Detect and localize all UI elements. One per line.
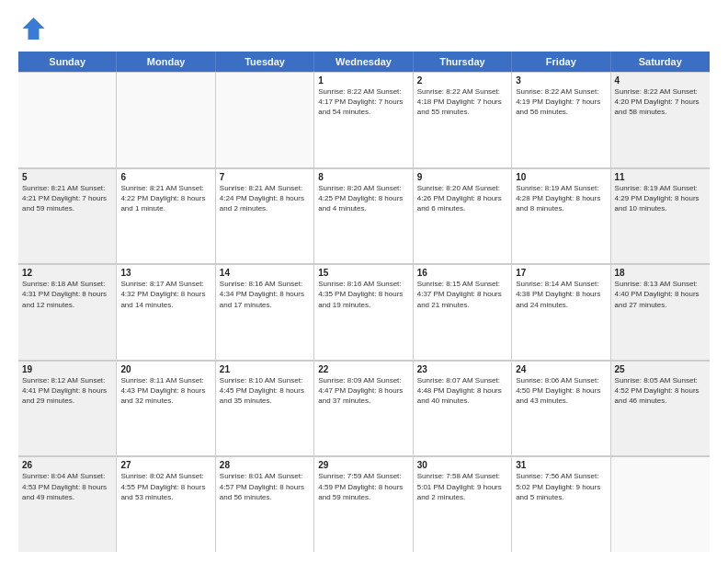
calendar-cell: 21Sunrise: 8:10 AM Sunset: 4:45 PM Dayli… (216, 361, 314, 456)
day-number: 3 (516, 75, 606, 86)
day-number: 19 (22, 364, 112, 374)
calendar-cell: 14Sunrise: 8:16 AM Sunset: 4:34 PM Dayli… (216, 264, 314, 360)
day-number: 27 (120, 460, 210, 470)
calendar-cell: 25Sunrise: 8:05 AM Sunset: 4:52 PM Dayli… (611, 361, 710, 456)
day-number: 18 (615, 268, 706, 278)
day-number: 30 (417, 460, 507, 470)
day-number: 8 (318, 172, 408, 182)
day-info: Sunrise: 8:09 AM Sunset: 4:47 PM Dayligh… (318, 375, 408, 407)
day-number: 25 (615, 364, 706, 374)
day-info: Sunrise: 8:22 AM Sunset: 4:19 PM Dayligh… (516, 86, 606, 118)
day-number: 31 (516, 460, 606, 470)
calendar-cell: 16Sunrise: 8:15 AM Sunset: 4:37 PM Dayli… (414, 264, 512, 360)
calendar-cell: 11Sunrise: 8:19 AM Sunset: 4:29 PM Dayli… (611, 168, 710, 264)
calendar-cell (117, 72, 215, 167)
calendar-cell: 13Sunrise: 8:17 AM Sunset: 4:32 PM Dayli… (117, 264, 215, 360)
calendar-header-cell: Tuesday (216, 52, 314, 72)
calendar-cell: 5Sunrise: 8:21 AM Sunset: 4:21 PM Daylig… (18, 168, 117, 264)
calendar-cell: 18Sunrise: 8:13 AM Sunset: 4:40 PM Dayli… (611, 264, 710, 360)
page: SundayMondayTuesdayWednesdayThursdayFrid… (0, 0, 728, 563)
day-info: Sunrise: 8:19 AM Sunset: 4:28 PM Dayligh… (516, 183, 606, 214)
calendar-cell: 10Sunrise: 8:19 AM Sunset: 4:28 PM Dayli… (512, 168, 610, 264)
day-number: 14 (220, 268, 310, 278)
day-info: Sunrise: 8:20 AM Sunset: 4:26 PM Dayligh… (417, 183, 507, 214)
calendar-header-cell: Friday (512, 52, 610, 72)
calendar-cell: 27Sunrise: 8:02 AM Sunset: 4:55 PM Dayli… (117, 456, 215, 552)
day-info: Sunrise: 8:22 AM Sunset: 4:18 PM Dayligh… (417, 86, 507, 118)
day-number: 4 (615, 75, 706, 86)
calendar-body: 1Sunrise: 8:22 AM Sunset: 4:17 PM Daylig… (18, 72, 710, 552)
calendar-cell: 2Sunrise: 8:22 AM Sunset: 4:18 PM Daylig… (414, 72, 512, 167)
day-info: Sunrise: 8:20 AM Sunset: 4:25 PM Dayligh… (318, 183, 408, 214)
calendar-week: 5Sunrise: 8:21 AM Sunset: 4:21 PM Daylig… (18, 168, 710, 265)
day-info: Sunrise: 8:10 AM Sunset: 4:45 PM Dayligh… (220, 375, 310, 407)
day-info: Sunrise: 8:17 AM Sunset: 4:32 PM Dayligh… (120, 279, 210, 310)
day-info: Sunrise: 8:02 AM Sunset: 4:55 PM Dayligh… (120, 471, 210, 502)
day-info: Sunrise: 7:58 AM Sunset: 5:01 PM Dayligh… (417, 471, 507, 502)
day-info: Sunrise: 8:05 AM Sunset: 4:52 PM Dayligh… (615, 375, 706, 407)
calendar-cell: 19Sunrise: 8:12 AM Sunset: 4:41 PM Dayli… (18, 361, 117, 456)
day-number: 2 (417, 75, 507, 86)
day-number: 5 (22, 172, 112, 182)
day-number: 23 (417, 364, 507, 374)
calendar-cell: 20Sunrise: 8:11 AM Sunset: 4:43 PM Dayli… (117, 361, 215, 456)
calendar-week: 26Sunrise: 8:04 AM Sunset: 4:53 PM Dayli… (18, 456, 710, 552)
day-number: 17 (516, 268, 606, 278)
calendar-cell: 1Sunrise: 8:22 AM Sunset: 4:17 PM Daylig… (314, 72, 413, 167)
day-info: Sunrise: 8:21 AM Sunset: 4:21 PM Dayligh… (22, 183, 112, 214)
day-info: Sunrise: 8:18 AM Sunset: 4:31 PM Dayligh… (22, 279, 112, 310)
day-number: 12 (22, 268, 112, 278)
calendar-header-cell: Thursday (414, 52, 512, 72)
logo-icon (18, 15, 46, 42)
day-number: 6 (120, 172, 210, 182)
day-number: 28 (220, 460, 310, 470)
calendar-cell: 9Sunrise: 8:20 AM Sunset: 4:26 PM Daylig… (414, 168, 512, 264)
calendar-cell: 28Sunrise: 8:01 AM Sunset: 4:57 PM Dayli… (216, 456, 314, 552)
day-info: Sunrise: 8:21 AM Sunset: 4:22 PM Dayligh… (120, 183, 210, 214)
day-number: 29 (318, 460, 408, 470)
calendar-cell: 24Sunrise: 8:06 AM Sunset: 4:50 PM Dayli… (512, 361, 610, 456)
day-number: 21 (220, 364, 310, 374)
day-info: Sunrise: 8:01 AM Sunset: 4:57 PM Dayligh… (220, 471, 310, 502)
day-info: Sunrise: 8:22 AM Sunset: 4:20 PM Dayligh… (615, 86, 706, 118)
day-info: Sunrise: 8:15 AM Sunset: 4:37 PM Dayligh… (417, 279, 507, 310)
day-number: 24 (516, 364, 606, 374)
calendar-week: 12Sunrise: 8:18 AM Sunset: 4:31 PM Dayli… (18, 264, 710, 361)
calendar-cell: 12Sunrise: 8:18 AM Sunset: 4:31 PM Dayli… (18, 264, 117, 360)
calendar-cell (216, 72, 314, 167)
day-info: Sunrise: 7:59 AM Sunset: 4:59 PM Dayligh… (318, 471, 408, 502)
day-info: Sunrise: 8:13 AM Sunset: 4:40 PM Dayligh… (615, 279, 706, 310)
day-info: Sunrise: 8:06 AM Sunset: 4:50 PM Dayligh… (516, 375, 606, 407)
day-number: 16 (417, 268, 507, 278)
calendar-header-row: SundayMondayTuesdayWednesdayThursdayFrid… (18, 52, 710, 72)
day-info: Sunrise: 8:21 AM Sunset: 4:24 PM Dayligh… (220, 183, 310, 214)
calendar-cell: 17Sunrise: 8:14 AM Sunset: 4:38 PM Dayli… (512, 264, 610, 360)
calendar-cell: 6Sunrise: 8:21 AM Sunset: 4:22 PM Daylig… (117, 168, 215, 264)
header (18, 15, 710, 42)
day-info: Sunrise: 7:56 AM Sunset: 5:02 PM Dayligh… (516, 471, 606, 502)
day-info: Sunrise: 8:04 AM Sunset: 4:53 PM Dayligh… (22, 471, 112, 502)
calendar-cell: 30Sunrise: 7:58 AM Sunset: 5:01 PM Dayli… (414, 456, 512, 552)
day-number: 22 (318, 364, 408, 374)
day-number: 7 (220, 172, 310, 182)
calendar-cell: 3Sunrise: 8:22 AM Sunset: 4:19 PM Daylig… (512, 72, 610, 167)
calendar-cell (18, 72, 117, 167)
day-info: Sunrise: 8:12 AM Sunset: 4:41 PM Dayligh… (22, 375, 112, 407)
calendar: SundayMondayTuesdayWednesdayThursdayFrid… (18, 52, 710, 552)
day-info: Sunrise: 8:07 AM Sunset: 4:48 PM Dayligh… (417, 375, 507, 407)
day-number: 11 (615, 172, 706, 182)
calendar-cell: 15Sunrise: 8:16 AM Sunset: 4:35 PM Dayli… (314, 264, 413, 360)
day-number: 9 (417, 172, 507, 182)
day-info: Sunrise: 8:16 AM Sunset: 4:35 PM Dayligh… (318, 279, 408, 310)
calendar-cell: 8Sunrise: 8:20 AM Sunset: 4:25 PM Daylig… (314, 168, 413, 264)
day-info: Sunrise: 8:14 AM Sunset: 4:38 PM Dayligh… (516, 279, 606, 310)
calendar-cell: 7Sunrise: 8:21 AM Sunset: 4:24 PM Daylig… (216, 168, 314, 264)
calendar-header-cell: Saturday (611, 52, 710, 72)
calendar-cell: 31Sunrise: 7:56 AM Sunset: 5:02 PM Dayli… (512, 456, 610, 552)
calendar-cell: 26Sunrise: 8:04 AM Sunset: 4:53 PM Dayli… (18, 456, 117, 552)
day-info: Sunrise: 8:11 AM Sunset: 4:43 PM Dayligh… (120, 375, 210, 407)
calendar-cell: 4Sunrise: 8:22 AM Sunset: 4:20 PM Daylig… (611, 72, 710, 167)
calendar-week: 1Sunrise: 8:22 AM Sunset: 4:17 PM Daylig… (18, 72, 710, 168)
calendar-cell: 22Sunrise: 8:09 AM Sunset: 4:47 PM Dayli… (314, 361, 413, 456)
day-number: 15 (318, 268, 408, 278)
